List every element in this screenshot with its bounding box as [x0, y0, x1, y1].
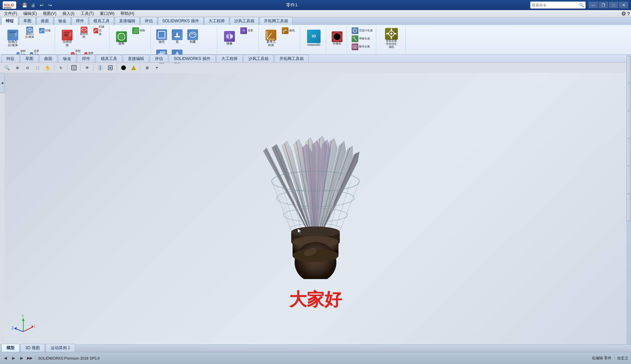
- expand-view-btn[interactable]: ▼: [153, 64, 161, 72]
- customize-status[interactable]: 自定义: [617, 356, 628, 361]
- extra-tab-evaluate[interactable]: 评估: [150, 55, 168, 63]
- drawing-num-button[interactable]: 图号分离: [350, 43, 374, 51]
- tab-evaluate[interactable]: 评估: [140, 17, 157, 25]
- rotate-btn[interactable]: ↻: [56, 64, 65, 72]
- extra-tab-kaituowang[interactable]: 开拓网工具箱: [274, 55, 309, 63]
- hide-show-btn[interactable]: 👁: [83, 64, 91, 72]
- pan-btn[interactable]: ✋: [43, 64, 52, 72]
- tab-daxue[interactable]: 大工程师: [204, 17, 229, 25]
- extra-tab-addins[interactable]: SOLIDWORKS 插件: [169, 55, 216, 63]
- appearance-color-button[interactable]: 外观色: [330, 27, 345, 50]
- ribbon-group-pattern: 镜像 变 变形: [219, 26, 259, 53]
- swept-cut-button[interactable]: 扫描切除: [92, 27, 107, 34]
- extra-tab-caotu[interactable]: 草图: [20, 55, 38, 63]
- extrude-boss-button[interactable]: 拉伸凸台/基体: [4, 27, 22, 50]
- menu-file[interactable]: 文件(F): [1, 10, 20, 17]
- menu-window[interactable]: 窗口(W): [97, 10, 117, 17]
- extra-tab-hanjian[interactable]: 焊件: [77, 55, 95, 63]
- menu-help[interactable]: 帮助(H): [118, 10, 137, 17]
- zoom-to-fit-btn[interactable]: 🔍: [3, 64, 11, 72]
- svg-rect-11: [64, 34, 68, 36]
- monitor-btn[interactable]: 🖥: [142, 64, 151, 72]
- extra-tab-tezheng[interactable]: 特征: [1, 55, 20, 63]
- menu-edit[interactable]: 编辑(E): [21, 10, 39, 17]
- tab-moldtools[interactable]: 模具工具: [89, 17, 114, 25]
- save-quick-btn[interactable]: 💾: [21, 1, 28, 9]
- search-bar[interactable]: 🔍: [530, 1, 586, 9]
- extra-tab-moldtools[interactable]: 模具工具: [96, 55, 122, 63]
- tab-weldment[interactable]: 焊件: [72, 17, 88, 25]
- right-panel-btn-6[interactable]: [627, 194, 631, 221]
- rib-button[interactable]: 筋: [170, 27, 185, 47]
- wrap-button[interactable]: 包覆: [185, 27, 200, 47]
- render-mode-btn[interactable]: [119, 64, 128, 72]
- extra-tab-qumian[interactable]: 曲面: [39, 55, 57, 63]
- reference-geo-button[interactable]: 参考几何体: [262, 27, 280, 50]
- extra-tabs: 特征 草图 曲面 钣金 焊件 模具工具 直接编辑 评估 SOLIDWORKS 插…: [0, 55, 631, 63]
- instant3d-button[interactable]: 3D Instant3D: [304, 27, 324, 50]
- viewport[interactable]: 大家好 X Y Z: [5, 73, 626, 345]
- title-bar: SOLID WORKS 💾 🖨 ↩ ↪ 零件1 🔍 — ❒ □ ✕: [0, 0, 631, 10]
- redo-quick-btn[interactable]: ↪: [46, 1, 54, 9]
- chamfer-button[interactable]: 倒角: [131, 27, 148, 34]
- sweep-button[interactable]: 扫描: [38, 27, 53, 34]
- svg-rect-31: [353, 46, 357, 48]
- extrude-boss-icon: [7, 30, 18, 40]
- right-panel-btn-3[interactable]: [627, 111, 631, 138]
- tab-motion[interactable]: 运动算例 1: [46, 344, 75, 352]
- display-style-btn[interactable]: [70, 64, 78, 72]
- revolve-boss-button[interactable]: 旋转凸台/基体: [22, 27, 37, 38]
- extrude-cut-button[interactable]: 拉伸切除: [58, 27, 76, 50]
- tab-sketch[interactable]: 草图: [19, 17, 36, 25]
- curves-button[interactable]: 曲线: [280, 27, 298, 34]
- zoom-out-btn[interactable]: ⊖: [23, 64, 32, 72]
- tab-features[interactable]: 特征: [1, 17, 18, 25]
- spring-button[interactable]: 弹簧生成: [350, 35, 374, 42]
- maximize-button[interactable]: □: [609, 2, 618, 8]
- nav-play-btn[interactable]: ▶: [19, 356, 24, 361]
- section-view-btn[interactable]: [96, 64, 105, 72]
- render-button[interactable]: 渲染计生成: [350, 27, 374, 34]
- extra-tab-banjin[interactable]: 钣金: [58, 55, 76, 63]
- tab-addins[interactable]: SOLIDWORKS 插件: [158, 17, 203, 25]
- close-button[interactable]: ✕: [619, 2, 628, 8]
- tab-direct[interactable]: 直接编辑: [115, 17, 140, 25]
- restore-button[interactable]: ❒: [599, 2, 608, 8]
- extra-tab-daxue[interactable]: 大工程师: [216, 55, 243, 63]
- extra-tab-direct[interactable]: 直接编辑: [123, 55, 149, 63]
- zoom-in-btn[interactable]: ⊕: [13, 64, 22, 72]
- right-panel-btn-2[interactable]: [627, 84, 631, 111]
- right-panel-btn-4[interactable]: [627, 139, 631, 166]
- tab-sheetmetal[interactable]: 钣金: [54, 17, 71, 25]
- tab-3dview[interactable]: 3D 视图: [20, 344, 45, 352]
- right-panel-btn-1[interactable]: [627, 56, 631, 83]
- tab-model[interactable]: 模型: [1, 344, 20, 352]
- right-panel-btn-5[interactable]: [627, 166, 631, 193]
- nav-forward-btn[interactable]: ▶: [11, 356, 16, 361]
- view-orient-btn[interactable]: [106, 64, 115, 72]
- tab-surface[interactable]: 曲面: [36, 17, 53, 25]
- nav-back-btn[interactable]: ◀: [3, 356, 8, 361]
- appearance-view-btn[interactable]: [129, 64, 138, 72]
- zoom-area-btn[interactable]: ⬚: [33, 64, 42, 72]
- shell-button[interactable]: 抽壳: [154, 27, 169, 47]
- menu-view[interactable]: 视图(V): [40, 10, 59, 17]
- revolve-cut-button[interactable]: 旋转切除: [77, 27, 91, 38]
- print-quick-btn[interactable]: 🖨: [29, 1, 37, 9]
- svg-marker-24: [226, 34, 229, 39]
- tab-kaituowang[interactable]: 开拓网工具箱: [259, 17, 293, 25]
- ribbon-group-boss: 拉伸凸台/基体 旋转凸台/基体 扫描: [2, 26, 55, 53]
- fillet-button[interactable]: 圆角: [113, 27, 130, 50]
- search-input[interactable]: [532, 3, 579, 7]
- deform-button[interactable]: 变 变形: [239, 27, 256, 34]
- left-panel-toggle[interactable]: ◀: [0, 73, 5, 93]
- nav-end-btn[interactable]: ▶▶: [27, 356, 32, 361]
- gear-addon-button[interactable]: 齿轮宏插件自动生成轮: [380, 27, 403, 50]
- menu-insert[interactable]: 插入(I): [60, 10, 77, 17]
- minimize-button[interactable]: —: [588, 2, 598, 8]
- mirror-button[interactable]: 镜像: [221, 27, 238, 50]
- menu-tools[interactable]: 工具(T): [78, 10, 97, 17]
- extra-tab-shanfeng[interactable]: 沙风工具箱: [243, 55, 274, 63]
- tab-shanfeng[interactable]: 沙风工具箱: [230, 17, 259, 25]
- undo-quick-btn[interactable]: ↩: [38, 1, 45, 9]
